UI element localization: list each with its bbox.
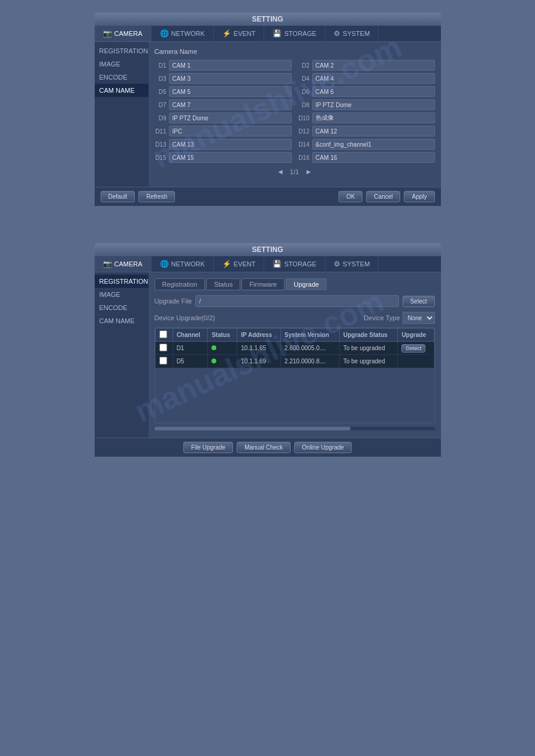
cam-input-D1[interactable] (169, 60, 292, 71)
cam-label-D11: D11 (155, 128, 167, 135)
row-check-0[interactable] (159, 344, 167, 351)
cam-input-D5[interactable] (169, 86, 292, 97)
tab-system-1[interactable]: ⚙ SYSTEM (325, 26, 379, 41)
cam-row-D8: D8 (298, 99, 435, 110)
sidebar-camname-1[interactable]: CAM NAME (95, 84, 149, 97)
event-icon-1: ⚡ (222, 29, 231, 38)
setting-panel-2: SETTING 📷 CAMERA 🌐 NETWORK ⚡ EVENT 💾 ST (94, 242, 442, 457)
row-check-1[interactable] (159, 357, 167, 365)
tab-system-2[interactable]: ⚙ SYSTEM (325, 256, 379, 272)
file-upgrade-button[interactable]: File Upgrade (183, 442, 233, 453)
tab-registration[interactable]: Registration (155, 278, 205, 290)
panel2-sidebar: REGISTRATION IMAGE ENCODE CAM NAME (95, 272, 149, 438)
sidebar-registration-1[interactable]: REGISTRATION (95, 44, 149, 57)
cam-row-D5: D5 (155, 86, 292, 97)
device-type-wrapper: Device Type None (364, 312, 434, 324)
apply-button-1[interactable]: Apply (404, 191, 434, 202)
cam-input-D15[interactable] (169, 152, 292, 163)
cam-row-D6: D6 (298, 86, 435, 97)
pagination-1: ◄ 1/1 ► (155, 168, 435, 176)
device-type-select[interactable]: None (403, 312, 435, 324)
cam-input-D12[interactable] (312, 126, 435, 136)
cam-input-D9[interactable] (169, 113, 292, 123)
panel2-footer: File Upgrade Manual Check Online Upgrade (95, 438, 441, 457)
panel1-main: REGISTRATION IMAGE ENCODE CAM NAME Camer… (95, 42, 441, 187)
setting-panel-1: SETTING 📷 CAMERA 🌐 NETWORK ⚡ EVENT 💾 ST (94, 12, 442, 207)
tab-storage-1[interactable]: 💾 STORAGE (264, 26, 325, 41)
device-table-wrapper: Channel Status IP Address System Version… (155, 327, 435, 423)
manual-check-button[interactable]: Manual Check (237, 442, 291, 453)
cam-row-D7: D7 (155, 99, 292, 110)
scrollbar[interactable] (155, 427, 435, 430)
cam-input-D11[interactable] (169, 126, 292, 136)
page-number: 1/1 (290, 168, 299, 175)
cam-row-D16: D16 (298, 152, 435, 163)
storage-icon-2: 💾 (273, 260, 282, 268)
sidebar-camname-2[interactable]: CAM NAME (95, 314, 149, 327)
tab-camera-2[interactable]: 📷 CAMERA (95, 256, 152, 272)
cam-input-D14[interactable] (312, 139, 435, 150)
default-button-1[interactable]: Default (101, 191, 135, 202)
cam-input-D8[interactable] (312, 99, 435, 110)
panel1-title: SETTING (95, 13, 441, 26)
panel1-sidebar: REGISTRATION IMAGE ENCODE CAM NAME (95, 42, 149, 187)
col-header-checkbox (155, 329, 173, 342)
camera-icon-1: 📷 (103, 29, 112, 38)
tab-event-1[interactable]: ⚡ EVENT (214, 26, 265, 41)
tab-network-1[interactable]: 🌐 NETWORK (152, 26, 214, 41)
cam-input-D4[interactable] (312, 73, 435, 84)
sidebar-encode-2[interactable]: ENCODE (95, 301, 149, 314)
cam-label-D2: D2 (298, 62, 310, 69)
tab-event-2[interactable]: ⚡ EVENT (214, 256, 265, 272)
sidebar-encode-1[interactable]: ENCODE (95, 71, 149, 84)
camera-icon-2: 📷 (103, 260, 112, 268)
panel2-nav: 📷 CAMERA 🌐 NETWORK ⚡ EVENT 💾 STORAGE ⚙ (95, 256, 441, 272)
ok-button-1[interactable]: OK (338, 191, 362, 202)
row-upgrade-status-1: To be upgraded (339, 355, 397, 368)
upgrade-file-row: Upgrade File Select (155, 295, 435, 307)
cancel-button-1[interactable]: Cancel (366, 191, 400, 202)
cam-input-D3[interactable] (169, 73, 292, 84)
row-ip-0: 10.1.1.65 (237, 342, 281, 355)
cam-row-D10: D10 (298, 113, 435, 123)
panel-2: manualshlive.com SETTING 📷 CAMERA 🌐 NETW… (94, 242, 442, 457)
select-all-checkbox[interactable] (159, 330, 167, 338)
tab-upgrade[interactable]: Upgrade (286, 278, 327, 290)
row-upgrade-btn-0: Detect (398, 342, 434, 355)
tab-storage-2[interactable]: 💾 STORAGE (264, 256, 325, 272)
online-upgrade-button[interactable]: Online Upgrade (294, 442, 352, 453)
tab-network-2[interactable]: 🌐 NETWORK (152, 256, 214, 272)
cam-label-D14: D14 (298, 141, 310, 148)
row-version-0: 2.600.0005.0.... (280, 342, 339, 355)
status-dot-1 (211, 359, 216, 363)
tab-firmware[interactable]: Firmware (241, 278, 285, 290)
refresh-button-1[interactable]: Refresh (138, 191, 175, 202)
upgrade-file-input[interactable] (195, 295, 398, 307)
detect-button-0[interactable]: Detect (401, 344, 425, 353)
cam-input-D16[interactable] (312, 152, 435, 163)
select-button[interactable]: Select (403, 296, 435, 307)
device-type-label: Device Type (364, 314, 400, 321)
cam-input-D10[interactable] (312, 113, 435, 123)
row-checkbox-0 (155, 342, 173, 355)
cam-row-D14: D14 (298, 139, 435, 150)
tab-camera-1[interactable]: 📷 CAMERA (95, 26, 152, 41)
col-upgrade-status: Upgrade Status (339, 329, 397, 342)
sidebar-image-2[interactable]: IMAGE (95, 288, 149, 301)
cam-row-D15: D15 (155, 152, 292, 163)
cam-input-D13[interactable] (169, 139, 292, 150)
next-page-btn[interactable]: ► (305, 168, 312, 176)
cam-label-D15: D15 (155, 154, 167, 161)
sidebar-image-1[interactable]: IMAGE (95, 57, 149, 71)
cam-input-D7[interactable] (169, 99, 292, 110)
tab-status[interactable]: Status (206, 278, 240, 290)
section-title-1: Camera Name (155, 48, 435, 55)
cam-input-D6[interactable] (312, 86, 435, 97)
prev-page-btn[interactable]: ◄ (277, 168, 284, 176)
col-upgrade: Upgrade (398, 329, 434, 342)
panel2-content: Registration Status Firmware Upgrade Upg… (149, 272, 441, 438)
sidebar-registration-2[interactable]: REGISTRATION (95, 275, 149, 288)
cam-label-D12: D12 (298, 128, 310, 135)
cam-label-D10: D10 (298, 115, 310, 122)
cam-input-D2[interactable] (312, 60, 435, 71)
